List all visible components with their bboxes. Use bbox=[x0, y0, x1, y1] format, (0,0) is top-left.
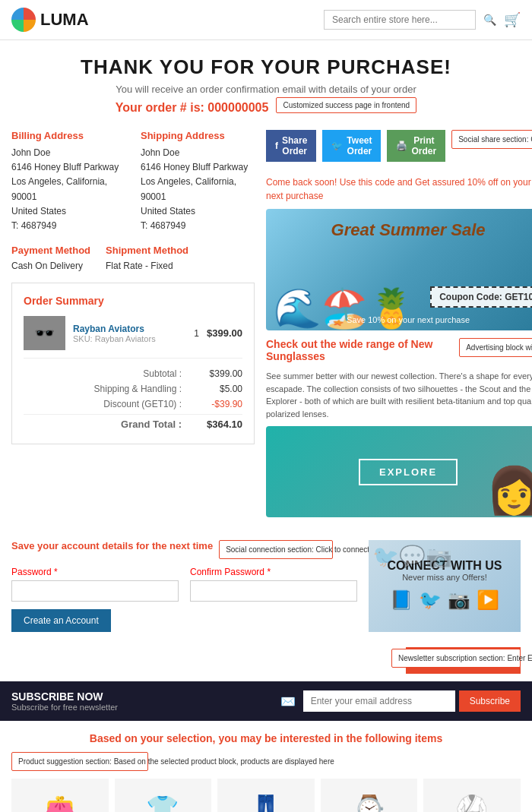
products-grid: 👛 Men's Wallet $199.00 Out of stock ❤️ A… bbox=[11, 779, 521, 812]
product-card: ⌚ Polo Club Wrist Watch $299.00 Add to C… bbox=[321, 779, 418, 812]
search-icon[interactable]: 🔍 bbox=[483, 14, 496, 26]
confirm-password-input[interactable] bbox=[190, 580, 357, 602]
shipment-value: Flat Rate - Fixed bbox=[106, 261, 188, 271]
create-account-button[interactable]: Create an Account bbox=[11, 609, 111, 632]
shipment-title: Shipment Method bbox=[106, 245, 188, 256]
product-name[interactable]: Rayban Aviators bbox=[73, 324, 186, 334]
print-button[interactable]: 🖨️ Print Order bbox=[387, 130, 445, 162]
coupon-badge: Coupon Code: GET10 bbox=[430, 286, 532, 308]
customized-annotation: Customized success page in frontend bbox=[276, 97, 416, 113]
subtitle: You will receive an order confirmation e… bbox=[11, 84, 521, 95]
password-row: Password * Confirm Password * bbox=[11, 567, 357, 602]
left-column: Billing Address John Doe 6146 Honey Bluf… bbox=[11, 130, 255, 525]
twitter-share-button[interactable]: 🐦 Tweet Order bbox=[322, 130, 381, 162]
main-content: Billing Address John Doe 6146 Honey Bluf… bbox=[0, 122, 532, 532]
payment-value: Cash On Delivery bbox=[11, 261, 90, 271]
shipping-title: Shipping Address bbox=[141, 130, 255, 141]
billing-address: Billing Address John Doe 6146 Honey Bluf… bbox=[11, 130, 125, 233]
newsletter-right: Newsletter subscription section: Enter E… bbox=[280, 690, 521, 712]
sunglasses-title: Check out the wide range of New Sunglass… bbox=[266, 338, 453, 362]
social-icons: 📘 🐦 📷 ▶️ bbox=[380, 589, 509, 611]
connect-subtitle: Never miss any Offers! bbox=[380, 573, 509, 582]
logo-icon bbox=[11, 8, 36, 32]
product-sku: SKU: Rayban Aviators bbox=[73, 334, 186, 343]
shipping-value: $5.00 bbox=[197, 384, 242, 394]
discount-row: Discount (GET10) : -$39.90 bbox=[24, 397, 242, 412]
page-title: THANK YOU FOR YOUR PURCHASE! bbox=[11, 55, 521, 79]
instagram-social-icon[interactable]: 📷 bbox=[448, 589, 470, 611]
sunglasses-section: Check out the wide range of New Sunglass… bbox=[266, 338, 532, 517]
facebook-label: Share Order bbox=[282, 135, 307, 156]
shipment-method: Shipment Method Flat Rate - Fixed bbox=[106, 245, 188, 271]
subscribe-button[interactable]: Subscribe bbox=[459, 690, 521, 712]
product-qty: 1 bbox=[194, 328, 199, 339]
password-input[interactable] bbox=[11, 580, 179, 602]
shipping-address1: 6146 Honey Bluff Parkway bbox=[141, 160, 255, 175]
save-text: Save 10% on your next purchase bbox=[347, 315, 470, 324]
subtotal-value: $399.00 bbox=[197, 368, 242, 379]
advertising-annotation: Advertising block with added content bbox=[459, 338, 532, 357]
confirm-required: * bbox=[267, 567, 271, 577]
newsletter-section: SUBSCRIBE NOW Subscribe for free newslet… bbox=[0, 681, 532, 721]
address-row: Billing Address John Doe 6146 Honey Bluf… bbox=[11, 130, 255, 233]
youtube-social-icon[interactable]: ▶️ bbox=[477, 589, 499, 611]
sale-title: Great Summer Sale bbox=[331, 220, 486, 240]
order-summary: Order Summary 🕶️ Rayban Aviators SKU: Ra… bbox=[11, 283, 255, 444]
thank-you-section: THANK YOU FOR YOUR PURCHASE! You will re… bbox=[0, 40, 532, 122]
newsletter-left: SUBSCRIBE NOW Subscribe for free newslet… bbox=[11, 690, 118, 712]
search-input[interactable] bbox=[324, 10, 476, 30]
email-icon: ✉️ bbox=[280, 694, 296, 709]
shipping-row: Shipping & Handling : $5.00 bbox=[24, 381, 242, 397]
product-card-image: 🥋 bbox=[423, 779, 521, 812]
twitter-social-icon[interactable]: 🐦 bbox=[419, 589, 442, 611]
grand-total-row: Grand Total : $364.10 bbox=[24, 414, 242, 432]
method-row: Payment Method Cash On Delivery Shipment… bbox=[11, 245, 255, 271]
payment-method: Payment Method Cash On Delivery bbox=[11, 245, 90, 271]
product-image: 🕶️ bbox=[24, 316, 65, 350]
newsletter-email-input[interactable] bbox=[303, 690, 455, 712]
facebook-social-icon[interactable]: 📘 bbox=[390, 589, 413, 611]
account-connect-row: Save your account details for the next t… bbox=[11, 540, 521, 632]
account-section: Save your account details for the next t… bbox=[0, 532, 532, 640]
twitter-icon: 🐦 bbox=[331, 141, 343, 151]
explore-button[interactable]: EXPLORE bbox=[359, 459, 458, 485]
cart-icon[interactable]: 🛒 bbox=[504, 11, 521, 28]
newsletter-title: SUBSCRIBE NOW bbox=[11, 690, 118, 703]
billing-name: John Doe bbox=[11, 146, 125, 160]
password-required: * bbox=[54, 567, 58, 577]
order-number: Your order # is: 000000005 bbox=[116, 101, 269, 115]
facebook-icon: f bbox=[275, 141, 278, 151]
product-card-image: ⌚ bbox=[321, 779, 418, 812]
shipping-phone: T: 4687949 bbox=[141, 219, 255, 233]
shipping-city: Los Angeles, California, 90001 bbox=[141, 175, 255, 204]
product-card: 👕 Men's Tshirt $149.00 Add to Cart ❤️ Ad… bbox=[115, 779, 212, 812]
payment-title: Payment Method bbox=[11, 245, 90, 256]
grand-value: $364.10 bbox=[197, 419, 242, 430]
password-group: Password * bbox=[11, 567, 179, 602]
header-right: 🔍 🛒 bbox=[324, 10, 521, 30]
logo-text: LUMA bbox=[40, 10, 89, 30]
products-title: Based on your selection, you may be inte… bbox=[90, 732, 442, 744]
billing-title: Billing Address bbox=[11, 130, 125, 141]
billing-address1: 6146 Honey Bluff Parkway bbox=[11, 160, 125, 175]
logo: LUMA bbox=[11, 8, 89, 32]
twitter-label: Tweet Order bbox=[347, 135, 372, 156]
connect-with-us: 🐦💬📷 CONNECT WITH US Never miss any Offer… bbox=[369, 540, 521, 632]
order-summary-title: Order Summary bbox=[24, 295, 242, 307]
print-label: Print Order bbox=[411, 135, 436, 156]
shipping-label: Shipping & Handling : bbox=[90, 384, 182, 394]
product-price: $399.00 bbox=[207, 327, 242, 339]
shipping-address: Shipping Address John Doe 6146 Honey Blu… bbox=[141, 130, 255, 233]
product-card-image: 👕 bbox=[115, 779, 212, 812]
order-item: 🕶️ Rayban Aviators SKU: Rayban Aviators … bbox=[24, 316, 242, 359]
facebook-share-button[interactable]: f Share Order bbox=[266, 130, 316, 162]
header: LUMA 🔍 🛒 bbox=[0, 0, 532, 40]
social-connection-annotation: Social connection section: Click to conn… bbox=[219, 540, 333, 559]
subtotal-label: Subtotal : bbox=[90, 368, 182, 379]
shipping-country: United States bbox=[141, 204, 255, 219]
product-suggestion-annotation: Product suggestion section: Based on the… bbox=[11, 752, 148, 771]
woman-silhouette: 👩 bbox=[486, 463, 532, 517]
billing-phone: T: 4687949 bbox=[11, 219, 125, 233]
newsletter-subtitle: Subscribe for free newsletter bbox=[11, 703, 118, 712]
discount-label: Discount (GET10) : bbox=[90, 399, 182, 409]
